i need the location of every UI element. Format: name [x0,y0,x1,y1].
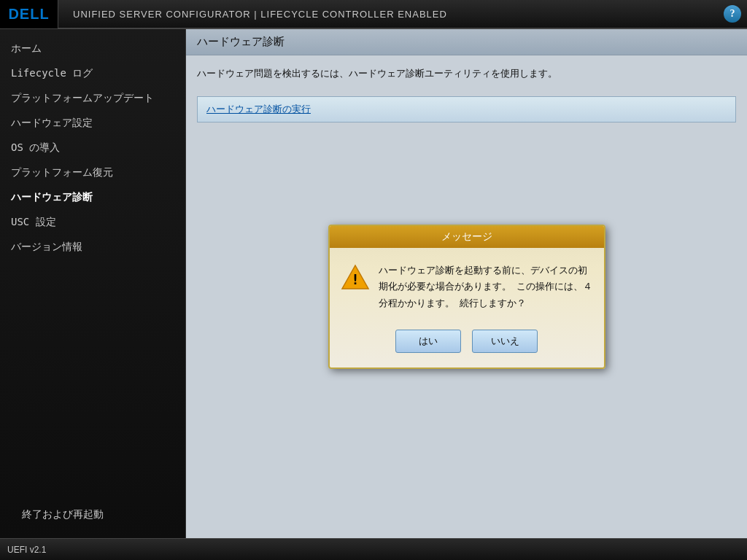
help-icon: ? [724,5,741,23]
dialog-message: ハードウェア診断を起動する前に、デバイスの初期化が必要な場合があります。 この操… [379,262,593,311]
footer-version: UEFI v2.1 [7,545,46,555]
sidebar-item-shutdown[interactable]: 終了および再起動 [11,502,174,527]
dialog-buttons: はい いいえ [330,322,604,368]
content-area: ハードウェア診断 ハードウェア問題を検出するには、ハードウェア診断ユーティリティ… [186,29,747,538]
content-body: ハードウェア問題を検出するには、ハードウェア診断ユーティリティを使用します。 ハ… [186,55,747,538]
sidebar-footer: 終了および再起動 [0,495,185,538]
main-layout: ホーム Lifecycle ログ プラットフォームアップデート ハードウェア設定… [0,29,747,538]
sidebar-item-version-info[interactable]: バージョン情報 [0,235,185,260]
warning-icon: ! [341,262,370,292]
dialog-body: ! ハードウェア診断を起動する前に、デバイスの初期化が必要な場合があります。 こ… [330,248,604,322]
sidebar-item-lifecycle-log[interactable]: Lifecycle ログ [0,61,185,86]
sidebar-item-platform-update[interactable]: プラットフォームアップデート [0,86,185,111]
no-button[interactable]: いいえ [472,330,538,353]
sidebar-item-platform-restore[interactable]: プラットフォーム復元 [0,160,185,185]
dialog-overlay: メッセージ ! ハードウェア診断を起動する前に、デバイスの初期化が必要な場合があ… [186,55,747,538]
footer: UEFI v2.1 [0,538,747,560]
dialog-title: メッセージ [330,226,604,248]
sidebar-item-os-deploy[interactable]: OS の導入 [0,136,185,160]
header-title: UNIFIED SERVER CONFIGURATOR | LIFECYCLE … [58,9,718,20]
sidebar-item-hardware-settings[interactable]: ハードウェア設定 [0,111,185,136]
sidebar-item-hardware-diag[interactable]: ハードウェア診断 [0,185,185,210]
sidebar-item-home[interactable]: ホーム [0,36,185,61]
header: DELL UNIFIED SERVER CONFIGURATOR | LIFEC… [0,0,747,29]
dell-logo: DELL [0,0,58,28]
page-title: ハードウェア診断 [186,29,747,55]
message-dialog: メッセージ ! ハードウェア診断を起動する前に、デバイスの初期化が必要な場合があ… [328,225,605,368]
help-button[interactable]: ? [718,0,747,28]
sidebar-item-usc-settings[interactable]: USC 設定 [0,210,185,235]
svg-text:!: ! [350,271,359,288]
yes-button[interactable]: はい [395,330,461,353]
sidebar: ホーム Lifecycle ログ プラットフォームアップデート ハードウェア設定… [0,29,186,538]
